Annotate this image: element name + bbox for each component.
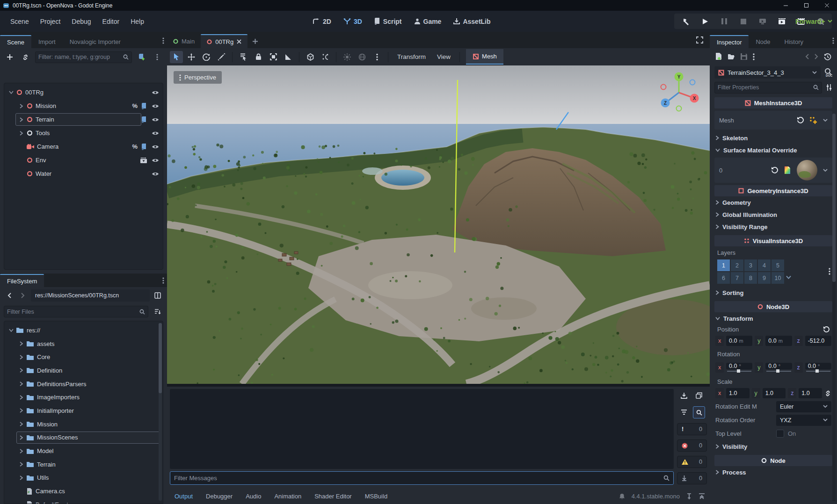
list-select-icon[interactable] <box>237 51 250 63</box>
expander[interactable] <box>19 462 25 467</box>
filesystem-tree-item[interactable]: MissionScenes <box>4 431 163 445</box>
scale-x-field[interactable]: 1.0 <box>726 388 750 398</box>
menu-debug[interactable]: Debug <box>66 15 96 28</box>
expander[interactable] <box>19 408 25 413</box>
rotation-z-field[interactable]: 0.0° <box>805 363 831 369</box>
scene-tree-item[interactable]: Terrain <box>4 113 163 126</box>
expander[interactable] <box>9 328 15 332</box>
load-resource-icon[interactable] <box>728 54 735 60</box>
tab-scene[interactable]: Scene <box>0 35 31 48</box>
scale-mode-icon[interactable] <box>215 51 228 63</box>
rotation-x-slider[interactable] <box>726 370 752 372</box>
file-filter-input[interactable] <box>7 309 138 315</box>
sort-files-icon[interactable] <box>152 306 163 317</box>
section-skeleton[interactable]: Skeleton <box>710 132 837 144</box>
visibility-eye-icon[interactable] <box>152 103 159 109</box>
copy-output-icon[interactable] <box>693 389 705 402</box>
error-filter-badge[interactable]: 0 <box>677 439 707 452</box>
section-sorting[interactable]: Sorting <box>710 287 837 299</box>
run-current-tool-icon[interactable] <box>680 16 691 27</box>
category-visual-instance[interactable]: VisualInstance3D <box>714 235 832 246</box>
scene-tree-item[interactable]: Mission% <box>4 99 163 113</box>
history-forward-icon[interactable] <box>815 54 818 59</box>
filesystem-tree-item[interactable]: ImageImporters <box>4 390 163 404</box>
tab-filesystem[interactable]: FileSystem <box>0 274 44 287</box>
property-tools-icon[interactable] <box>826 84 832 91</box>
bell-icon[interactable] <box>619 493 625 500</box>
visibility-eye-icon[interactable] <box>152 130 159 136</box>
position-x-field[interactable]: 0.0m <box>726 336 752 346</box>
property-filter-input[interactable] <box>718 84 811 91</box>
mesh-menu[interactable]: Mesh <box>466 49 503 65</box>
menu-editor[interactable]: Editor <box>97 15 125 28</box>
preview-environment-icon[interactable] <box>356 51 369 63</box>
scale-z-field[interactable]: 1.0 <box>799 388 822 398</box>
visibility-eye-icon[interactable] <box>152 90 159 95</box>
mesh-property[interactable]: Mesh <box>714 111 832 130</box>
warning-filter-badge[interactable]: 0 <box>677 456 707 468</box>
expander[interactable] <box>19 355 25 360</box>
dock-options-icon[interactable] <box>162 277 164 284</box>
visibility-eye-icon[interactable] <box>152 158 159 163</box>
new-resource-icon[interactable] <box>715 53 722 60</box>
history-forward-icon[interactable] <box>17 290 29 301</box>
position-z-field[interactable]: -512.0 <box>805 336 831 346</box>
stop-button[interactable] <box>738 16 749 27</box>
revert-icon[interactable] <box>797 117 804 123</box>
expander[interactable] <box>19 382 25 386</box>
tab-novalogic-importer[interactable]: Novalogic Importer <box>63 35 128 48</box>
close-button[interactable] <box>816 0 837 11</box>
play-button[interactable] <box>699 16 711 27</box>
tab-history[interactable]: History <box>778 35 810 48</box>
play-scene-button[interactable] <box>776 16 787 27</box>
local-space-icon[interactable] <box>304 51 317 63</box>
scene-tree-item[interactable]: 00TRg <box>4 86 163 99</box>
layer-cell-5[interactable]: 5 <box>771 259 784 271</box>
filesystem-tree-item[interactable]: InitialImporter <box>4 404 163 418</box>
category-mesh-instance[interactable]: MeshInstance3D <box>714 97 832 108</box>
switch-2d[interactable]: 2D <box>313 18 331 25</box>
expand-panel-icon[interactable] <box>699 493 705 499</box>
tab-animation[interactable]: Animation <box>274 493 301 500</box>
instantiate-scene-icon[interactable] <box>20 51 31 63</box>
save-resource-icon[interactable] <box>741 53 747 60</box>
edited-object-selector[interactable]: TerrainSector_3_4_3 <box>714 66 821 79</box>
switch-game[interactable]: Game <box>414 18 442 25</box>
filesystem-tree-item[interactable]: Terrain <box>4 458 163 471</box>
category-geometry-instance[interactable]: GeometryInstance3D <box>714 185 832 196</box>
section-global-illumination[interactable]: Global Illumination <box>710 209 837 221</box>
dock-options-icon[interactable] <box>832 37 834 44</box>
resource-options-icon[interactable] <box>753 53 755 60</box>
attach-script-icon[interactable] <box>136 51 147 63</box>
show-search-icon[interactable] <box>693 406 705 418</box>
link-scale-icon[interactable] <box>824 390 831 397</box>
revert-icon[interactable] <box>823 326 830 332</box>
filesystem-tree-item[interactable]: Utils <box>4 471 163 485</box>
rotation-order-select[interactable]: YXZ <box>776 415 831 426</box>
expander[interactable] <box>9 90 15 94</box>
move-mode-icon[interactable] <box>185 51 198 63</box>
category-node3d[interactable]: Node3D <box>714 301 832 312</box>
rotation-y-slider[interactable] <box>765 370 792 372</box>
layer-cell-7[interactable]: 7 <box>731 272 743 284</box>
expander[interactable] <box>19 341 25 346</box>
scene-tree-item[interactable]: Tools <box>4 126 163 140</box>
expander[interactable] <box>19 368 25 373</box>
switch-assetlib[interactable]: AssetLib <box>453 18 490 25</box>
perspective-menu[interactable]: Perspective <box>174 71 222 84</box>
section-visibility-range[interactable]: Visibility Range <box>710 221 837 233</box>
axis-gizmo[interactable]: Y X Z <box>656 72 701 115</box>
rotation-x-field[interactable]: 0.0° <box>726 363 752 369</box>
scene-tab-00trg[interactable]: 00TRg <box>201 34 247 48</box>
object-history-icon[interactable] <box>824 53 831 60</box>
tab-import[interactable]: Import <box>31 35 63 48</box>
position-y-field[interactable]: 0.0m <box>765 336 792 346</box>
tab-audio[interactable]: Audio <box>246 493 261 500</box>
scrollbar[interactable] <box>159 323 162 501</box>
close-icon[interactable] <box>237 39 241 44</box>
filesystem-tree-item[interactable]: assets <box>4 337 163 351</box>
remote-debug-icon[interactable] <box>757 16 768 27</box>
layer-cell-6[interactable]: 6 <box>717 272 730 284</box>
new-scene-tab-button[interactable] <box>252 38 258 44</box>
expander[interactable] <box>19 475 25 480</box>
